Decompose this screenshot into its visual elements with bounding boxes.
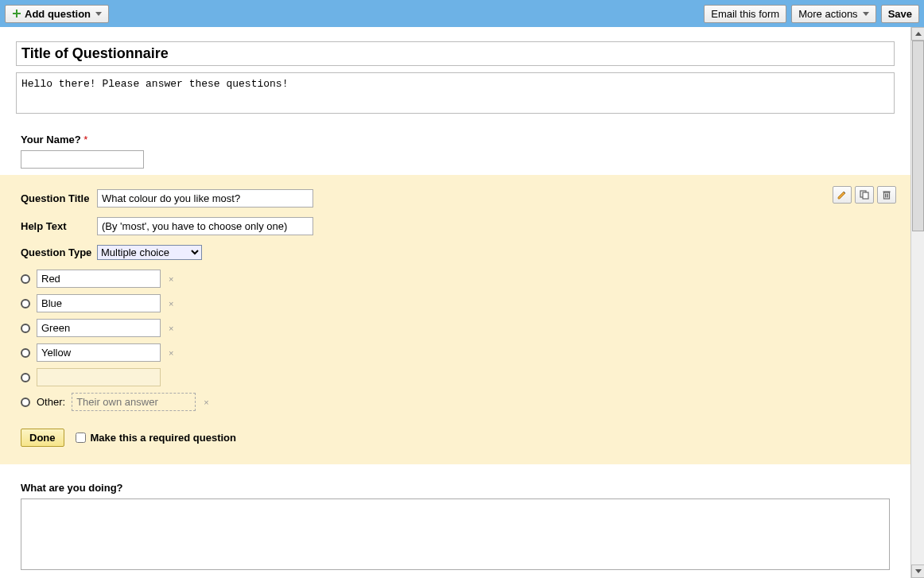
radio-icon xyxy=(21,373,30,382)
option-row: × xyxy=(21,319,890,337)
option-input[interactable] xyxy=(37,294,161,312)
required-toggle[interactable]: Make this a required question xyxy=(76,432,237,444)
email-form-label: Email this form xyxy=(711,8,779,20)
short-answer-input[interactable] xyxy=(21,150,144,169)
save-button[interactable]: Save xyxy=(881,5,919,23)
required-checkbox[interactable] xyxy=(76,433,86,443)
radio-icon xyxy=(21,348,30,358)
radio-icon xyxy=(21,398,30,407)
option-input[interactable] xyxy=(37,270,161,288)
svg-rect-8 xyxy=(883,192,891,193)
question-title-label: Question Title xyxy=(21,192,97,204)
remove-option-button[interactable]: × xyxy=(167,348,175,358)
chevron-down-icon xyxy=(915,569,922,573)
question-label: What are you doing? xyxy=(21,482,123,494)
svg-rect-3 xyxy=(863,192,868,199)
radio-icon xyxy=(21,324,30,333)
done-label: Done xyxy=(29,432,56,444)
add-question-button[interactable]: Add question xyxy=(5,5,109,23)
email-form-button[interactable]: Email this form xyxy=(704,5,786,23)
option-input[interactable] xyxy=(37,319,161,337)
help-text-input[interactable] xyxy=(97,217,313,235)
option-input[interactable] xyxy=(37,343,161,362)
help-text-label: Help Text xyxy=(21,220,97,232)
delete-question-button[interactable] xyxy=(877,186,896,204)
remove-option-button[interactable]: × xyxy=(167,324,175,333)
more-actions-button[interactable]: More actions xyxy=(791,5,875,23)
question-title-input[interactable] xyxy=(97,189,313,208)
question-type-label: Question Type xyxy=(21,246,97,258)
remove-option-button[interactable]: × xyxy=(167,299,175,308)
question-type-select[interactable]: Multiple choice xyxy=(97,245,202,260)
required-label: Make this a required question xyxy=(91,432,237,444)
add-option-row xyxy=(21,368,890,386)
required-marker: * xyxy=(83,134,87,145)
remove-option-button[interactable]: × xyxy=(202,398,210,407)
remove-option-button[interactable]: × xyxy=(167,274,175,284)
duplicate-icon xyxy=(859,189,870,200)
scroll-down-button[interactable] xyxy=(911,564,924,578)
question-preview-name: Your Name? * xyxy=(0,121,910,175)
scroll-up-button[interactable] xyxy=(911,27,924,41)
radio-icon xyxy=(21,299,30,308)
options-list: × × × × xyxy=(21,270,890,411)
pencil-icon xyxy=(837,189,848,200)
other-option-input[interactable] xyxy=(72,393,196,411)
scrollbar-thumb[interactable] xyxy=(912,41,924,231)
duplicate-question-button[interactable] xyxy=(855,186,874,204)
top-toolbar: Add question Email this form More action… xyxy=(0,0,924,27)
form-title-input[interactable] xyxy=(16,41,895,66)
paragraph-answer-input[interactable] xyxy=(21,498,890,570)
edit-question-button[interactable] xyxy=(833,186,852,204)
question-editor: Question Title Help Text Question Type M… xyxy=(0,175,910,464)
trash-icon xyxy=(881,189,892,200)
svg-rect-1 xyxy=(13,13,21,14)
other-label: Other: xyxy=(37,396,65,408)
done-button[interactable]: Done xyxy=(21,429,64,447)
chevron-down-icon xyxy=(863,12,869,16)
more-actions-label: More actions xyxy=(798,8,857,20)
chevron-up-icon xyxy=(915,32,922,36)
question-label: Your Name? xyxy=(21,134,81,145)
form-canvas: Hello there! Please answer these questio… xyxy=(0,27,910,578)
save-label: Save xyxy=(888,8,912,20)
form-description-input[interactable]: Hello there! Please answer these questio… xyxy=(16,72,895,114)
option-row: × xyxy=(21,270,890,288)
add-question-label: Add question xyxy=(25,8,91,20)
add-option-input[interactable] xyxy=(37,368,161,386)
other-option-row: Other: × xyxy=(21,393,890,411)
option-row: × xyxy=(21,343,890,362)
radio-icon xyxy=(21,274,30,284)
plus-icon xyxy=(12,9,21,18)
chevron-down-icon xyxy=(95,12,102,16)
question-preview-paragraph: What are you doing? xyxy=(0,464,910,578)
option-row: × xyxy=(21,294,890,312)
vertical-scrollbar[interactable] xyxy=(910,27,924,578)
